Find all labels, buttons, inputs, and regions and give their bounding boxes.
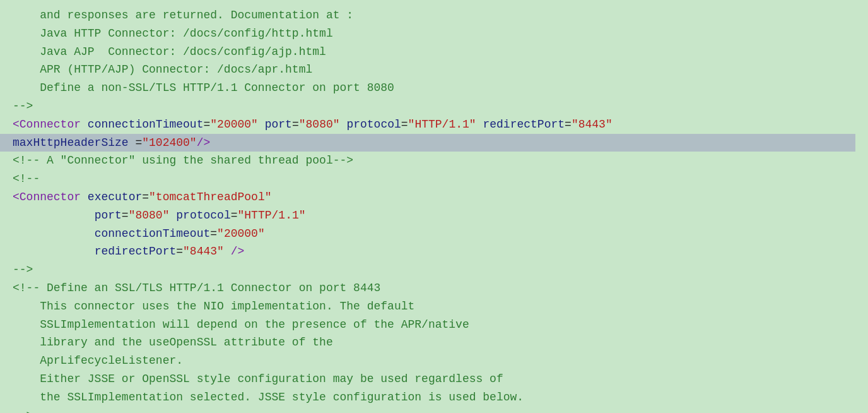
code-line-8: maxHttpHeaderSize ="102400"/> (0, 134, 855, 152)
code-line-7: <Connector connectionTimeout="20000" por… (13, 116, 855, 134)
code-segment: redirectPort (95, 245, 177, 258)
code-segment (13, 209, 95, 222)
code-segment: port (95, 209, 122, 222)
code-segment: "8080" (129, 209, 170, 222)
code-line-13: connectionTimeout="20000" (13, 225, 855, 243)
code-segment: maxHttpHeaderSize (13, 136, 129, 149)
code-line-20: AprLifecycleListener. (13, 352, 855, 370)
code-segment: "102400" (142, 136, 196, 149)
code-line-9: <!-- A "Connector" using the shared thre… (13, 152, 855, 170)
code-line-11: <Connector executor="tomcatThreadPool" (13, 188, 855, 206)
code-segment: connectionTimeout (95, 227, 211, 240)
code-segment: = (565, 118, 572, 131)
code-line-6: --> (13, 97, 855, 116)
code-segment: executor (88, 191, 142, 203)
code-segment: "8443" (572, 118, 613, 131)
code-line-10: <!-- (13, 170, 855, 188)
code-segment: <Connector (13, 191, 88, 203)
code-segment: "HTTP/1.1" (408, 118, 476, 131)
code-segment (169, 209, 176, 222)
code-line-19: library and the useOpenSSL attribute of … (13, 333, 855, 352)
code-editor: and responses are returned. Documentatio… (0, 0, 868, 413)
code-segment: "HTTP/1.1" (238, 209, 306, 222)
code-segment: connectionTimeout (88, 118, 204, 131)
code-segment: port (265, 118, 292, 131)
code-segment (340, 118, 347, 131)
code-line-14: redirectPort="8443" /> (13, 242, 855, 261)
code-segment: protocol (346, 118, 401, 131)
code-segment: "8443" (183, 245, 224, 258)
code-segment: = (203, 118, 210, 131)
code-segment (13, 245, 95, 258)
code-segment (224, 245, 231, 258)
code-line-17: This connector uses the NIO implementati… (13, 297, 855, 316)
code-line-4: APR (HTTP/AJP) Connector: /docs/apr.html (13, 61, 855, 79)
code-segment: = (122, 209, 129, 222)
code-segment: "tomcatThreadPool" (149, 191, 271, 203)
code-segment: <Connector (13, 118, 88, 131)
code-segment (476, 118, 483, 131)
code-line-2: Java HTTP Connector: /docs/config/http.h… (13, 25, 855, 43)
code-line-23: --> (13, 407, 855, 413)
code-line-18: SSLImplementation will depend on the pre… (13, 316, 855, 334)
code-line-5: Define a non-SSL/TLS HTTP/1.1 Connector … (13, 79, 855, 97)
code-segment (258, 118, 265, 131)
code-segment: "8080" (299, 118, 340, 131)
code-content: and responses are returned. Documentatio… (13, 6, 855, 413)
code-line-21: Either JSSE or OpenSSL style configurati… (13, 370, 855, 388)
code-segment: "20000" (217, 227, 265, 240)
code-segment (13, 227, 95, 240)
code-segment: = (142, 191, 149, 203)
code-line-1: and responses are returned. Documentatio… (13, 6, 855, 25)
code-segment: redirectPort (483, 118, 565, 131)
code-segment: /> (231, 245, 245, 258)
code-segment: protocol (176, 209, 230, 222)
code-segment: = (176, 245, 183, 258)
code-segment: = (210, 227, 217, 240)
code-segment: /> (197, 136, 211, 149)
code-line-12: port="8080" protocol="HTTP/1.1" (13, 206, 855, 225)
code-line-16: <!-- Define an SSL/TLS HTTP/1.1 Connecto… (13, 279, 855, 297)
code-line-22: the SSLImplementation selected. JSSE sty… (13, 388, 855, 407)
code-line-3: Java AJP Connector: /docs/config/ajp.htm… (13, 43, 855, 61)
code-segment: = (401, 118, 408, 131)
code-segment: "20000" (210, 118, 258, 131)
code-line-15: --> (13, 261, 855, 279)
code-segment: = (129, 136, 143, 149)
code-segment: = (292, 118, 299, 131)
code-segment: = (231, 209, 238, 222)
